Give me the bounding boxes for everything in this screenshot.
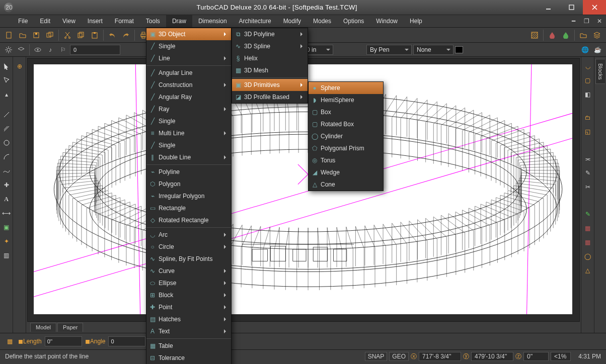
menu-modes[interactable]: Modes [307, 15, 337, 27]
draw-item-table[interactable]: ▦Table [146, 340, 231, 352]
folder2-icon[interactable] [577, 29, 589, 41]
draw-item-angular-line[interactable]: ╱Angular Line [146, 67, 231, 79]
bypen-combo[interactable]: By Pen [366, 45, 412, 55]
menu-window[interactable]: Window [370, 15, 404, 27]
prim-item-cone[interactable]: △Cone [309, 178, 383, 191]
r-editpoly-icon[interactable]: ✎ [582, 209, 593, 220]
menu-edit[interactable]: Edit [34, 15, 56, 27]
draw-item-3d-object[interactable]: ▣3D Object [146, 28, 231, 40]
menu-format[interactable]: Format [109, 15, 140, 27]
menu-tools[interactable]: Tools [140, 15, 166, 27]
prim-item-hemisphere[interactable]: ◗HemiSphere [309, 94, 383, 106]
text-tool-icon[interactable]: A [1, 194, 12, 205]
prim-item-cylinder[interactable]: ◯Cylinder [309, 130, 383, 142]
axis-tool-icon[interactable]: ✦ [1, 236, 12, 247]
menu-dimension[interactable]: Dimension [192, 15, 233, 27]
obj3d-item-helix[interactable]: §Helix [232, 52, 308, 64]
paste-icon[interactable] [89, 29, 101, 41]
circle-tool-icon[interactable] [1, 137, 12, 148]
wall-tool-icon[interactable]: ▥ [1, 250, 12, 261]
menu-view[interactable]: View [56, 15, 82, 27]
inspector-table-icon[interactable]: ▦ [4, 336, 15, 347]
minimize-button[interactable] [537, 0, 560, 15]
draw-item-irregular-polygon[interactable]: ⌁Irregular Polygon [146, 190, 231, 202]
mdi-restore-icon[interactable]: ❐ [580, 15, 593, 27]
r-edit-icon[interactable]: ✎ [582, 167, 593, 178]
save-icon[interactable] [30, 29, 42, 41]
mdi-minimize-icon[interactable]: ━ [567, 15, 580, 27]
tab-model[interactable]: Model [30, 323, 56, 332]
prim-item-box[interactable]: ▢Box [309, 106, 383, 118]
draw-item-circle[interactable]: ○Circle [146, 241, 231, 253]
draw-item-block[interactable]: ⊞Block [146, 289, 231, 301]
dline-tool-icon[interactable] [1, 123, 12, 134]
note-icon[interactable]: ♪ [45, 44, 56, 55]
r-join-icon[interactable]: ⫘ [582, 153, 593, 164]
gear-icon[interactable] [3, 44, 14, 55]
prim-item-polygonal-prism[interactable]: ⬠Polygonal Prism [309, 142, 383, 154]
draw-item-ray[interactable]: ╱Ray [146, 103, 231, 115]
geo-toggle[interactable]: GEO [389, 352, 409, 361]
r-box-icon[interactable]: ▢ [582, 75, 593, 86]
menu-file[interactable]: File [12, 15, 34, 27]
curve-tool-icon[interactable] [1, 165, 12, 176]
snap-toggle[interactable]: SNAP [365, 352, 388, 361]
layer-name-field[interactable] [70, 45, 120, 55]
pick-tool-icon[interactable]: ▴ [1, 89, 12, 100]
draw-item-tolerance[interactable]: ⊟Tolerance [146, 352, 231, 364]
arc-tool-icon[interactable] [1, 151, 12, 162]
menu-architecture[interactable]: Architecture [233, 15, 277, 27]
layers-icon[interactable] [16, 44, 27, 55]
menu-help[interactable]: Help [404, 15, 428, 27]
prim-item-rotated-box[interactable]: ▢Rotated Box [309, 118, 383, 130]
cut-icon[interactable] [61, 29, 73, 41]
obj3d-item-3d-polyline[interactable]: ⧉3D Polyline [232, 28, 308, 40]
obj3d-item-3d-mesh[interactable]: ▦3D Mesh [232, 64, 308, 76]
mdi-close-icon[interactable]: ✕ [593, 15, 606, 27]
draw-item-rotated-rectangle[interactable]: ◇Rotated Rectangle [146, 214, 231, 226]
menu-insert[interactable]: Insert [82, 15, 109, 27]
prim-item-torus[interactable]: ◎Torus [309, 154, 383, 166]
r-folder-icon[interactable]: 🗀 [582, 112, 593, 123]
dim-tool-icon[interactable]: ⟷ [1, 208, 12, 219]
close-button[interactable] [583, 0, 606, 15]
draw-item-arc[interactable]: ◡Arc [146, 229, 231, 241]
obj3d-item-3d-profile-based[interactable]: ◪3D Profile Based [232, 91, 308, 103]
open-icon[interactable] [17, 29, 29, 41]
draw-item-double-line[interactable]: ∥Double Line [146, 151, 231, 163]
draw-item-curve[interactable]: ∿Curve [146, 265, 231, 277]
layer-icon[interactable] [591, 29, 603, 41]
origin-icon[interactable]: ⊕ [14, 61, 25, 72]
draw-item-single[interactable]: ╱Single [146, 40, 231, 52]
new-icon[interactable] [3, 29, 15, 41]
r-trim-icon[interactable]: ✂ [582, 181, 593, 193]
flag-icon[interactable]: ⚐ [57, 44, 68, 55]
draw-item-point[interactable]: ✚Point [146, 301, 231, 313]
drop-red-icon[interactable] [546, 29, 558, 41]
saveas-icon[interactable] [44, 29, 56, 41]
draw-item-spline-by-fit-points[interactable]: ∿Spline, By Fit Points [146, 253, 231, 265]
obj3d-item-3d-primitives[interactable]: ▣3D Primitives [232, 79, 308, 91]
draw-item-text[interactable]: AText [146, 325, 231, 337]
color-swatch-b[interactable] [455, 46, 463, 53]
draw-item-multi-line[interactable]: ≡Multi Line [146, 127, 231, 139]
r-circle-icon[interactable]: ◯ [582, 251, 593, 262]
drop-green-icon[interactable] [560, 29, 572, 41]
tab-paper[interactable]: Paper [57, 323, 83, 332]
menu-modify[interactable]: Modify [277, 15, 307, 27]
draw-item-line[interactable]: ╱Line [146, 52, 231, 64]
r-door-icon[interactable]: ◧ [582, 89, 593, 100]
select2-tool-icon[interactable] [1, 75, 12, 86]
redo-icon[interactable] [120, 29, 132, 41]
length-field[interactable] [45, 336, 82, 346]
angle-field[interactable] [108, 336, 145, 346]
line-tool-icon[interactable] [1, 109, 12, 120]
hatch-combo[interactable]: None [413, 45, 453, 55]
menu-draw[interactable]: Draw [166, 15, 192, 27]
draw-item-ellipse[interactable]: ⬭Ellipse [146, 277, 231, 289]
hatch-icon[interactable] [528, 29, 541, 41]
undo-icon[interactable] [106, 29, 118, 41]
draw-item-hatches[interactable]: ▤Hatches [146, 313, 231, 325]
r-arc-icon[interactable]: ◡ [582, 61, 593, 72]
draw-item-polyline[interactable]: ⌁Polyline [146, 166, 231, 178]
